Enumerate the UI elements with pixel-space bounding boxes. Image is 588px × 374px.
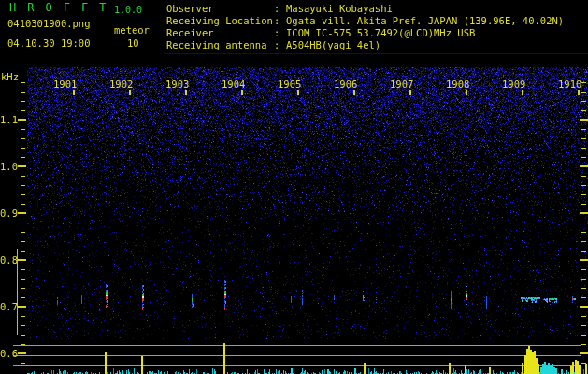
time-tick-label: 1902 <box>109 79 133 90</box>
info-row: Receiving Location:Ogata-vill. Akita-Pre… <box>166 15 564 27</box>
freq-unit-label: kHz <box>1 71 19 82</box>
info-row: Observer:Masayuki Kobayashi <box>166 3 564 15</box>
app-title: H R O F F T <box>9 3 108 13</box>
spectrogram-canvas <box>0 0 588 374</box>
info-colon: : <box>274 27 286 39</box>
info-label: Receiving antenna <box>166 39 274 51</box>
info-colon: : <box>274 3 286 15</box>
info-value: Ogata-vill. Akita-Pref. JAPAN (139.96E, … <box>286 15 564 27</box>
time-tick-label: 1906 <box>334 79 357 90</box>
info-value: A504HB(yagi 4el) <box>286 39 380 51</box>
info-colon: : <box>274 15 286 27</box>
time-tick-label: 1905 <box>278 79 301 90</box>
freq-tick-label: 0.6 <box>0 348 18 359</box>
time-tick-label: 1907 <box>390 79 413 90</box>
info-row: Receiving antenna:A504HB(yagi 4el) <box>166 39 564 51</box>
time-tick-label: 1909 <box>502 79 525 90</box>
info-label: Receiver <box>166 27 274 39</box>
info-value: Masayuki Kobayashi <box>286 3 393 15</box>
info-value: ICOM IC-575 53.7492(@LCD)MHz USB <box>286 27 475 39</box>
observation-info: Observer:Masayuki KobayashiReceiving Loc… <box>166 3 564 51</box>
mode-label: meteor <box>114 25 150 36</box>
info-label: Receiving Location <box>166 15 274 27</box>
meteor-count: 10 <box>127 38 139 49</box>
info-row: Receiver:ICOM IC-575 53.7492(@LCD)MHz US… <box>166 27 564 39</box>
app-version: 1.0.0 <box>114 5 142 15</box>
hrofft-output-image: H R O F F T 1.0.0 0410301900.png meteor … <box>0 0 588 374</box>
time-tick-label: 1901 <box>53 79 77 90</box>
datetime-label: 04.10.30 19:00 <box>7 38 91 49</box>
time-tick-label: 1904 <box>222 79 245 90</box>
info-colon: : <box>274 39 286 51</box>
time-tick-label: 1910 <box>558 79 581 90</box>
freq-tick-label: 1.1 <box>0 114 18 125</box>
file-name: 0410301900.png <box>7 19 91 29</box>
freq-tick-label: 0.9 <box>0 208 18 219</box>
time-tick-label: 1908 <box>446 79 469 90</box>
time-tick-label: 1903 <box>165 79 189 90</box>
info-label: Observer <box>166 3 274 15</box>
freq-tick-label: 1.0 <box>0 161 18 172</box>
freq-tick-label: 0.7 <box>0 301 18 312</box>
freq-tick-label: 0.8 <box>0 254 18 266</box>
